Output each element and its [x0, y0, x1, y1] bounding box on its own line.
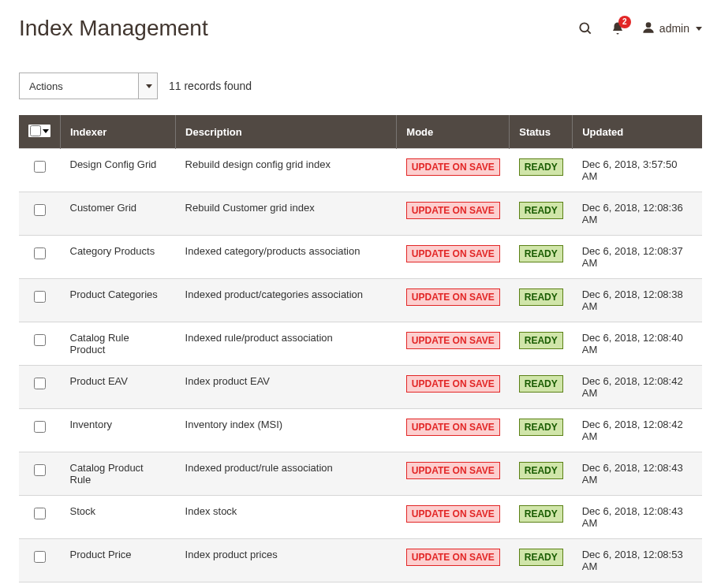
notifications-count-badge: 2: [618, 16, 631, 28]
mode-badge: UPDATE ON SAVE: [406, 158, 500, 176]
mode-badge: UPDATE ON SAVE: [406, 419, 500, 436]
cell-updated: Dec 6, 2018, 12:08:38 AM: [573, 279, 702, 322]
cell-description: Index stock: [176, 496, 397, 539]
table-row: Catalog Rule ProductIndexed rule/product…: [19, 322, 702, 366]
status-badge: READY: [519, 549, 563, 566]
search-icon[interactable]: [577, 20, 593, 36]
svg-point-0: [580, 23, 588, 32]
cell-description: Index product EAV: [176, 366, 397, 409]
select-all-checkbox[interactable]: [30, 125, 41, 136]
cell-indexer: Catalog Product Rule: [61, 452, 176, 496]
row-select-cell: [19, 279, 61, 322]
cell-status: READY: [510, 409, 573, 452]
cell-description: Index product prices: [176, 539, 397, 582]
row-select-cell: [19, 236, 61, 279]
chevron-down-icon: [146, 84, 152, 88]
row-select-checkbox[interactable]: [34, 204, 46, 216]
cell-mode: UPDATE ON SAVE: [397, 192, 510, 236]
cell-status: READY: [510, 279, 573, 322]
mode-badge: UPDATE ON SAVE: [406, 375, 500, 393]
actions-dropdown-toggle[interactable]: [138, 73, 157, 99]
chevron-down-icon: [696, 27, 702, 31]
row-select-checkbox[interactable]: [34, 247, 46, 259]
row-select-checkbox[interactable]: [34, 464, 46, 476]
table-row: Catalog Product RuleIndexed product/rule…: [19, 452, 702, 496]
user-menu[interactable]: admin: [642, 20, 702, 37]
cell-updated: Dec 6, 2018, 12:08:37 AM: [573, 236, 702, 279]
cell-mode: UPDATE ON SAVE: [397, 366, 510, 409]
column-header-updated[interactable]: Updated: [573, 115, 702, 149]
column-header-mode[interactable]: Mode: [397, 115, 510, 149]
cell-updated: Dec 6, 2018, 12:08:43 AM: [573, 496, 702, 539]
cell-mode: UPDATE ON SAVE: [397, 496, 510, 539]
status-badge: READY: [519, 288, 563, 306]
row-select-checkbox[interactable]: [34, 161, 46, 173]
cell-status: READY: [510, 149, 573, 192]
svg-line-1: [588, 31, 591, 34]
cell-status: READY: [510, 192, 573, 236]
status-badge: READY: [519, 419, 563, 436]
row-select-cell: [19, 452, 61, 496]
row-select-cell: [19, 322, 61, 366]
mode-badge: UPDATE ON SAVE: [406, 245, 500, 262]
cell-updated: Dec 6, 2018, 12:08:42 AM: [573, 409, 702, 452]
cell-status: READY: [510, 496, 573, 539]
cell-status: READY: [510, 366, 573, 409]
row-select-checkbox[interactable]: [34, 551, 46, 563]
cell-description: Rebuild Customer grid index: [176, 192, 397, 236]
status-badge: READY: [519, 375, 563, 393]
notifications-icon[interactable]: 2: [611, 20, 625, 36]
status-badge: READY: [519, 245, 563, 262]
column-header-status[interactable]: Status: [510, 115, 573, 149]
row-select-checkbox[interactable]: [34, 508, 46, 519]
cell-mode: UPDATE ON SAVE: [397, 149, 510, 192]
row-select-cell: [19, 539, 61, 582]
cell-status: READY: [510, 452, 573, 496]
username-label: admin: [659, 22, 689, 35]
mode-badge: UPDATE ON SAVE: [406, 202, 500, 219]
column-header-description[interactable]: Description: [176, 115, 397, 149]
cell-indexer: Product EAV: [61, 366, 176, 409]
row-select-checkbox[interactable]: [34, 378, 46, 389]
mode-badge: UPDATE ON SAVE: [406, 332, 500, 349]
row-select-checkbox[interactable]: [34, 334, 46, 346]
cell-updated: Dec 6, 2018, 12:08:36 AM: [573, 192, 702, 236]
table-row: Catalog SearchRebuild Catalog product fu…: [19, 582, 702, 589]
actions-dropdown[interactable]: Actions: [19, 73, 158, 99]
cell-indexer: Customer Grid: [61, 192, 176, 236]
cell-updated: Dec 6, 2018, 3:57:50 AM: [573, 149, 702, 192]
grid-toolbar: Actions 11 records found: [19, 73, 702, 99]
mode-badge: UPDATE ON SAVE: [406, 505, 500, 523]
actions-dropdown-label: Actions: [20, 73, 138, 99]
chevron-down-icon: [43, 129, 49, 133]
header-actions: 2 admin: [577, 20, 702, 37]
status-badge: READY: [519, 332, 563, 349]
cell-status: READY: [510, 322, 573, 366]
page-title: Index Management: [19, 16, 208, 41]
cell-description: Inventory index (MSI): [176, 409, 397, 452]
mode-badge: UPDATE ON SAVE: [406, 549, 500, 566]
table-row: Product CategoriesIndexed product/catego…: [19, 279, 702, 322]
cell-indexer: Catalog Search: [61, 582, 176, 589]
column-header-select[interactable]: [19, 115, 61, 149]
cell-status: READY: [510, 539, 573, 582]
cell-status: READY: [510, 582, 573, 589]
status-badge: READY: [519, 202, 563, 219]
cell-mode: UPDATE ON SAVE: [397, 539, 510, 582]
cell-description: Indexed rule/product association: [176, 322, 397, 366]
row-select-checkbox[interactable]: [34, 421, 46, 433]
cell-updated: Dec 6, 2018, 12:08:43 AM: [573, 452, 702, 496]
cell-updated: Dec 6, 2018, 12:08:40 AM: [573, 322, 702, 366]
row-select-checkbox[interactable]: [34, 291, 46, 303]
row-select-cell: [19, 149, 61, 192]
status-badge: READY: [519, 505, 563, 523]
row-select-cell: [19, 366, 61, 409]
status-badge: READY: [519, 462, 563, 479]
cell-mode: UPDATE ON SAVE: [397, 409, 510, 452]
cell-mode: UPDATE ON SAVE: [397, 236, 510, 279]
column-header-indexer[interactable]: Indexer: [61, 115, 176, 149]
records-found-label: 11 records found: [169, 80, 252, 92]
table-row: StockIndex stockUPDATE ON SAVEREADYDec 6…: [19, 496, 702, 539]
mode-badge: UPDATE ON SAVE: [406, 462, 500, 479]
status-badge: READY: [519, 158, 563, 176]
